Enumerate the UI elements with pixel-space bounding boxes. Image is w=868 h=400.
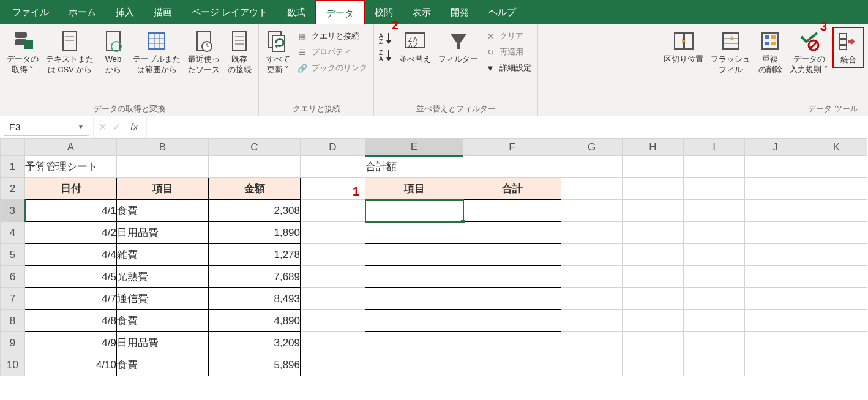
row-header-8[interactable]: 8	[1, 310, 25, 332]
cell-H2[interactable]	[623, 178, 684, 200]
cell-A7[interactable]: 4/7	[25, 288, 117, 310]
cell-E4[interactable]	[365, 222, 463, 244]
col-header-A[interactable]: A	[25, 139, 117, 156]
from-web-button[interactable]: Web から	[98, 27, 129, 77]
cell-G7[interactable]	[561, 288, 623, 310]
cell-E7[interactable]	[365, 288, 463, 310]
clear-filter-item[interactable]: ✕クリア	[482, 29, 534, 43]
cell-J2[interactable]	[745, 178, 806, 200]
cell-J6[interactable]	[745, 266, 806, 288]
cell-K2[interactable]	[806, 178, 867, 200]
cell-F7[interactable]	[463, 288, 561, 310]
remove-duplicates-button[interactable]: 重複 の削除	[755, 27, 785, 77]
cell-B2[interactable]: 項目	[117, 178, 209, 200]
cell-E3[interactable]	[365, 200, 463, 222]
cell-G6[interactable]	[561, 266, 623, 288]
tab-data[interactable]: データ	[315, 0, 365, 24]
cell-J10[interactable]	[745, 354, 806, 376]
cell-B5[interactable]: 雑費	[117, 244, 209, 266]
cell-I7[interactable]	[684, 288, 745, 310]
refresh-all-button[interactable]: すべて 更新 ˅	[263, 27, 293, 77]
cell-E5[interactable]	[365, 244, 463, 266]
cell-I2[interactable]	[684, 178, 745, 200]
cell-B1[interactable]	[117, 156, 209, 178]
cell-H3[interactable]	[623, 200, 684, 222]
cell-K1[interactable]	[806, 156, 867, 178]
queries-connections-item[interactable]: ▦クエリと接続	[294, 29, 370, 43]
cell-K9[interactable]	[806, 332, 867, 354]
tab-home[interactable]: ホーム	[59, 0, 106, 24]
cell-I9[interactable]	[684, 332, 745, 354]
cell-K4[interactable]	[806, 222, 867, 244]
cell-C4[interactable]: 1,890	[209, 222, 301, 244]
cell-A6[interactable]: 4/5	[25, 266, 117, 288]
row-header-4[interactable]: 4	[1, 222, 25, 244]
cell-K5[interactable]	[806, 244, 867, 266]
cell-A9[interactable]: 4/9	[25, 332, 117, 354]
cell-C10[interactable]: 5,896	[209, 354, 301, 376]
flash-fill-button[interactable]: フラッシュ フィル	[708, 27, 754, 77]
cell-F5[interactable]	[463, 244, 561, 266]
tab-formulas[interactable]: 数式	[277, 0, 315, 24]
from-table-button[interactable]: テーブルまた は範囲から	[130, 27, 184, 77]
cell-B10[interactable]: 食費	[117, 354, 209, 376]
cell-H5[interactable]	[623, 244, 684, 266]
row-header-2[interactable]: 2	[1, 178, 25, 200]
cell-A3[interactable]: 4/1	[25, 200, 117, 222]
row-header-6[interactable]: 6	[1, 266, 25, 288]
tab-developer[interactable]: 開発	[441, 0, 479, 24]
cell-H10[interactable]	[623, 354, 684, 376]
cell-D5[interactable]	[301, 244, 365, 266]
cell-A2[interactable]: 日付	[25, 178, 117, 200]
cell-J7[interactable]	[745, 288, 806, 310]
cell-F9[interactable]	[463, 332, 561, 354]
col-header-J[interactable]: J	[745, 139, 806, 156]
col-header-F[interactable]: F	[463, 139, 561, 156]
cell-B3[interactable]: 食費	[117, 200, 209, 222]
cell-C3[interactable]: 2,308	[209, 200, 301, 222]
cell-I3[interactable]	[684, 200, 745, 222]
cell-J1[interactable]	[745, 156, 806, 178]
cell-D4[interactable]	[301, 222, 365, 244]
get-data-button[interactable]: データの 取得 ˅	[4, 27, 42, 77]
properties-item[interactable]: ☰プロパティ	[294, 45, 370, 59]
cell-F8[interactable]	[463, 310, 561, 332]
cell-D9[interactable]	[301, 332, 365, 354]
cell-F10[interactable]	[463, 354, 561, 376]
filter-button[interactable]: フィルター	[435, 27, 481, 67]
cell-E10[interactable]	[365, 354, 463, 376]
fx-icon[interactable]: fx	[127, 122, 141, 133]
cancel-icon[interactable]: ✕	[99, 121, 107, 133]
cell-J9[interactable]	[745, 332, 806, 354]
cell-I6[interactable]	[684, 266, 745, 288]
cell-H9[interactable]	[623, 332, 684, 354]
text-to-columns-button[interactable]: 区切り位置	[660, 27, 706, 67]
cell-C1[interactable]	[209, 156, 301, 178]
cell-J4[interactable]	[745, 222, 806, 244]
sort-desc-button[interactable]: ZA	[378, 48, 395, 61]
recent-sources-button[interactable]: 最近使っ たソース	[185, 27, 223, 77]
cell-G4[interactable]	[561, 222, 623, 244]
cell-G5[interactable]	[561, 244, 623, 266]
cell-G10[interactable]	[561, 354, 623, 376]
cell-E1[interactable]: 合計額	[365, 156, 463, 178]
cell-H8[interactable]	[623, 310, 684, 332]
cell-J5[interactable]	[745, 244, 806, 266]
cell-F3[interactable]	[463, 200, 561, 222]
reapply-filter-item[interactable]: ↻再適用	[482, 45, 534, 59]
cell-A5[interactable]: 4/4	[25, 244, 117, 266]
cell-G9[interactable]	[561, 332, 623, 354]
tab-file[interactable]: ファイル	[2, 0, 59, 24]
enter-icon[interactable]: ✓	[113, 121, 121, 133]
cell-D7[interactable]	[301, 288, 365, 310]
data-validation-button[interactable]: データの 入力規則 ˅	[787, 27, 831, 77]
col-header-B[interactable]: B	[117, 139, 209, 156]
col-header-D[interactable]: D	[301, 139, 365, 156]
col-header-C[interactable]: C	[209, 139, 301, 156]
cell-D3[interactable]	[301, 200, 365, 222]
tab-view[interactable]: 表示	[403, 0, 441, 24]
cell-E8[interactable]	[365, 310, 463, 332]
col-header-K[interactable]: K	[806, 139, 867, 156]
cell-B7[interactable]: 通信費	[117, 288, 209, 310]
cell-C6[interactable]: 7,689	[209, 266, 301, 288]
